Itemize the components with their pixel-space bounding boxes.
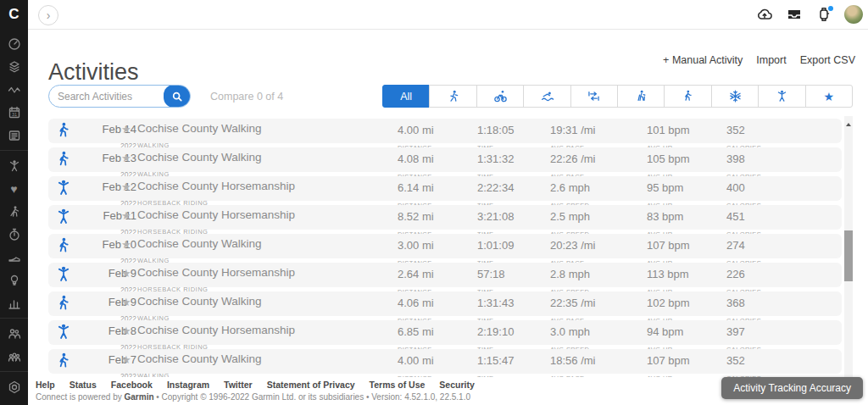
footer-copyright: Connect is powered by Garmin • Copyright…	[36, 392, 470, 402]
distance-cell: 4.00 miDISTANCE	[398, 352, 434, 377]
activity-row[interactable]: Feb 9 2022 ★ Cochise County Horsemanship…	[48, 263, 842, 287]
tab-all[interactable]: All	[382, 85, 430, 108]
swimming-icon	[541, 90, 554, 103]
activity-type-icon	[55, 352, 72, 369]
activity-type-icon	[55, 237, 72, 254]
activity-type-icon	[55, 151, 72, 168]
activity-filter-tabs: All ★	[382, 85, 853, 108]
groups-icon[interactable]	[7, 349, 21, 363]
footer-link[interactable]: Instagram	[167, 380, 209, 390]
avg-hr-cell: 107 bpmAVG HR	[647, 352, 690, 377]
golf-icon[interactable]	[7, 204, 21, 219]
garmin-connect-logo[interactable]: C	[0, 0, 28, 29]
search-activities	[48, 85, 191, 108]
tab-walking[interactable]	[664, 85, 711, 108]
pace-cell: 18:56 /miAVG PACE	[550, 352, 595, 377]
newsfeed-icon[interactable]	[7, 128, 21, 142]
footer-link[interactable]: Facebook	[111, 380, 153, 390]
tab-cycling[interactable]	[476, 85, 524, 108]
compare-status: Compare 0 of 4	[210, 91, 283, 103]
insights-bulb-icon[interactable]	[7, 273, 21, 287]
tab-swimming[interactable]	[523, 85, 570, 108]
tab-other-fitness[interactable]	[758, 85, 805, 108]
tab-running[interactable]	[429, 85, 476, 108]
badges-icon[interactable]	[7, 380, 21, 394]
activity-row[interactable]: Feb 13 2022 ★ Cochise County Walking WAL…	[48, 147, 842, 172]
svg-text:31: 31	[11, 111, 16, 116]
search-button[interactable]	[164, 85, 191, 108]
activity-row[interactable]: Feb 9 2022 ★ Cochise County Walking WALK…	[48, 291, 842, 316]
activity-type-icon	[55, 180, 72, 197]
footer-link[interactable]: Statement of Privacy	[267, 380, 355, 390]
layers-icon[interactable]	[7, 59, 21, 74]
page-action-link[interactable]: + Manual Activity	[663, 54, 743, 66]
footer-link[interactable]: Security	[439, 380, 474, 390]
walking-icon	[55, 151, 72, 168]
gauge-icon[interactable]	[7, 36, 21, 51]
favorite-star-icon[interactable]: ★	[121, 123, 131, 136]
multisport-icon	[587, 90, 600, 103]
favorite-star-icon[interactable]: ★	[121, 267, 131, 280]
activity-type-icon	[55, 266, 72, 283]
sidebar-expand-button[interactable]: ›	[38, 5, 58, 25]
activity-line-icon[interactable]	[7, 82, 21, 97]
cloud-sync-icon[interactable]	[755, 5, 774, 24]
horseback-riding-icon	[55, 324, 72, 341]
favorite-star-icon[interactable]: ★	[121, 180, 131, 193]
horseback-riding-icon	[55, 266, 72, 283]
device-watch-icon[interactable]	[815, 5, 833, 24]
favorite-star-icon[interactable]: ★	[121, 325, 131, 337]
activity-type-icon	[55, 324, 72, 341]
stopwatch-icon[interactable]	[7, 227, 21, 241]
health-heart-icon[interactable]: ♥	[7, 181, 21, 196]
walking-icon	[682, 90, 694, 103]
walking-icon	[55, 237, 72, 254]
avatar[interactable]	[844, 5, 863, 24]
calendar-icon[interactable]: 31	[7, 105, 21, 119]
training-icon[interactable]	[7, 158, 21, 173]
favorite-star-icon[interactable]: ★	[121, 296, 131, 308]
search-input[interactable]	[49, 86, 164, 107]
footer-link[interactable]: Help	[36, 380, 55, 390]
activity-row[interactable]: Feb 12 2022 ★ Cochise County Horsemanshi…	[48, 176, 842, 201]
gear-shoe-icon[interactable]	[7, 250, 21, 264]
activity-type-icon	[55, 295, 72, 312]
activity-row[interactable]: Feb 7 2022 ★ Cochise County Walking WALK…	[48, 349, 842, 374]
footer-link[interactable]: Terms of Use	[370, 380, 426, 390]
notification-dot	[828, 6, 833, 11]
activity-row[interactable]: Feb 11 2022 ★ Cochise County Horsemanshi…	[48, 205, 842, 230]
horseback-riding-icon	[55, 208, 72, 225]
search-icon	[172, 92, 182, 102]
favorite-star-icon[interactable]: ★	[121, 152, 131, 164]
favorite-star-icon[interactable]: ★	[121, 353, 131, 366]
favorite-star-icon[interactable]: ★	[121, 209, 131, 222]
activity-row[interactable]: Feb 8 2022 ★ Cochise County Horsemanship…	[48, 320, 842, 345]
activity-name[interactable]: Cochise County Walking WALKING	[137, 351, 262, 377]
tab-hiking[interactable]	[617, 85, 665, 108]
footer-link[interactable]: Twitter	[224, 380, 253, 390]
list-scrollbar[interactable]	[844, 116, 853, 377]
activity-tracking-accuracy-button[interactable]: Activity Tracking Accuracy	[721, 377, 863, 399]
activity-list: Feb 14 2022 ★ Cochise County Walking WAL…	[48, 116, 842, 377]
garmin-brand: Garmin	[125, 392, 154, 402]
reports-chart-icon[interactable]	[7, 296, 21, 310]
activity-row[interactable]: Feb 10 2022 ★ Cochise County Walking WAL…	[48, 234, 842, 258]
page-action-link[interactable]: Export CSV	[800, 54, 855, 66]
footer-link[interactable]: Status	[70, 380, 97, 390]
connections-icon[interactable]	[7, 326, 21, 341]
fitness-person-icon	[776, 90, 788, 103]
tab-winter-sports[interactable]	[711, 85, 759, 108]
activity-type-icon	[55, 208, 72, 225]
scrollbar-thumb[interactable]	[844, 230, 853, 281]
activity-row[interactable]: Feb 14 2022 ★ Cochise County Walking WAL…	[48, 119, 842, 143]
page-title: Activities	[48, 59, 139, 86]
calories-cell: 352CALORIES	[726, 352, 761, 377]
star-icon: ★	[824, 91, 835, 103]
tab-favorites[interactable]: ★	[805, 85, 853, 108]
page-action-link[interactable]: Import	[756, 54, 786, 66]
scroll-up-arrow-icon[interactable]	[846, 123, 851, 126]
favorite-star-icon[interactable]: ★	[121, 238, 131, 251]
inbox-icon[interactable]	[785, 5, 804, 24]
walking-icon	[55, 295, 72, 312]
tab-multisport[interactable]	[570, 85, 618, 108]
